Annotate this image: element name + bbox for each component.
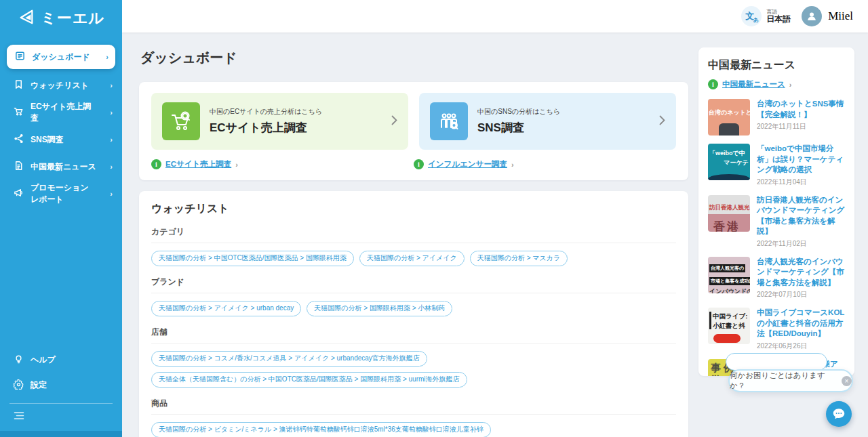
news-item-date: 2022年11月11日 bbox=[757, 122, 845, 131]
news-meta: 台湾人観光客のインバウンドマーケティング【市場と集客方法を解説】 2022年07… bbox=[757, 257, 845, 300]
sidebar-item-dashboard[interactable]: ダッシュボード › bbox=[7, 45, 115, 69]
chevron-right-icon: › bbox=[110, 163, 113, 171]
news-item[interactable]: 訪日香港人観光 香港 訪日香港人観光客のインバウンドマーケティング【市場と集客方… bbox=[708, 195, 845, 249]
watchlist-chip[interactable]: 天猫国際の分析 > マスカラ bbox=[470, 251, 568, 266]
ec-survey-link-group: ECサイト売上調査 › bbox=[151, 159, 414, 169]
chat-launcher-button[interactable] bbox=[826, 401, 852, 427]
translate-icon: 文 あ bbox=[741, 6, 762, 26]
sidebar-collapse-button[interactable] bbox=[0, 405, 122, 431]
sidebar-item-watchlist[interactable]: ウォッチリスト › bbox=[0, 72, 122, 99]
thumb-text: 香港 bbox=[713, 219, 741, 232]
info-icon bbox=[708, 79, 718, 89]
sidebar-item-settings[interactable]: 設定 bbox=[0, 373, 122, 398]
user-name: Miiel bbox=[828, 9, 853, 23]
thumb-text: マーケテ bbox=[724, 159, 749, 167]
news-item[interactable]: 台湾人観光客の 市場と集客を成功に インバウンドの 台湾人観光客のインバウンドマ… bbox=[708, 257, 845, 300]
news-item[interactable]: 「weiboで中 マーケテ 「weiboで中国市場分析」は誤り？マーケティング戦… bbox=[708, 144, 845, 187]
chevron-right-icon: › bbox=[110, 108, 113, 117]
watchlist-chip[interactable]: 天猫国際の分析 > ビタミン/ミネラル > 澳诺锌钙特葡萄糖酸钙锌口溶液5ml*… bbox=[151, 422, 491, 437]
sidebar: ミーエル ダッシュボード › ウォッチリスト › ECサイト売上調査 › SNS… bbox=[0, 0, 122, 437]
news-item-date: 2022年11月02日 bbox=[757, 239, 845, 249]
china-news-panel: 中国最新ニュース 中国最新ニュース › 台湾のネットと 台湾のネットとSNS事情… bbox=[698, 47, 854, 376]
sidebar-item-label: SNS調査 bbox=[31, 134, 64, 146]
translate-icon-subglyph: あ bbox=[753, 16, 759, 24]
sns-survey-card[interactable]: 中国のSNSの分析はこちら SNS調査 bbox=[419, 93, 676, 150]
sidebar-item-promotion-report[interactable]: プロモーションレポート › bbox=[0, 180, 122, 207]
people-search-icon bbox=[430, 102, 468, 140]
sidebar-item-sns-survey[interactable]: SNS調査 › bbox=[0, 126, 122, 153]
card-text: 中国のSNSの分析はこちら SNS調査 bbox=[477, 107, 560, 136]
megaphone-icon bbox=[14, 188, 24, 200]
china-news-link-group: 中国最新ニュース › bbox=[708, 79, 845, 89]
sidebar-bottom-strip bbox=[0, 431, 122, 437]
thumb-text: インバウンドの bbox=[709, 287, 750, 293]
sidebar-item-label: ウォッチリスト bbox=[31, 80, 89, 91]
watchlist-chip[interactable]: 天猫国際の分析 > アイメイク bbox=[359, 251, 465, 266]
app-root: ミーエル ダッシュボード › ウォッチリスト › ECサイト売上調査 › SNS… bbox=[0, 0, 868, 437]
sidebar-item-help[interactable]: ヘルプ bbox=[0, 348, 122, 373]
quick-cards-panel: 中国のECサイトの売上分析はこちら ECサイト売上調査 中国のSNSの分析はこち… bbox=[139, 82, 688, 180]
news-meta: 訪日香港人観光客のインバウンドマーケティング【市場と集客方法を解説】 2022年… bbox=[757, 195, 845, 249]
news-thumbnail: 台湾のネットと bbox=[708, 99, 750, 136]
avatar bbox=[802, 6, 822, 26]
news-item[interactable]: 台湾のネットと 台湾のネットとSNS事情【完全解説！】 2022年11月11日 bbox=[708, 99, 845, 136]
sidebar-item-china-news[interactable]: 中国最新ニュース › bbox=[0, 153, 122, 180]
watchlist-chip[interactable]: 天猫国際の分析 > 国際眼科用薬 > 小林制药 bbox=[307, 301, 452, 316]
dashboard-icon bbox=[15, 51, 25, 63]
chat-tooltip: 何かお困りごとはありますか？ bbox=[728, 369, 853, 392]
news-more-button[interactable] bbox=[726, 353, 827, 371]
lightbulb-icon bbox=[14, 354, 24, 367]
watchlist-group-label-product: 商品 bbox=[151, 390, 676, 415]
watchlist-chip[interactable]: 天猫全体（天猫国際含む）の分析 > 中国OTC医薬品/国際医薬品 > 国際眼科用… bbox=[151, 372, 467, 388]
china-news-link[interactable]: 中国最新ニュース bbox=[722, 79, 785, 89]
news-meta: 台湾のネットとSNS事情【完全解説！】 2022年11月11日 bbox=[757, 99, 845, 136]
news-meta: 「weiboで中国市場分析」は誤り？マーケティング戦略の選択 2022年11月0… bbox=[757, 144, 845, 187]
influencer-survey-link[interactable]: インフルエンサー調査 bbox=[428, 159, 507, 169]
news-thumbnail: 「weiboで中 マーケテ bbox=[708, 144, 750, 180]
thumb-text: 台湾のネットと bbox=[709, 108, 749, 117]
watchlist-group-label-brand: ブランド bbox=[151, 269, 676, 293]
watchlist-group-label-store: 店舗 bbox=[151, 319, 676, 344]
info-icon bbox=[151, 159, 161, 169]
user-menu[interactable]: Miiel bbox=[802, 6, 853, 26]
ec-survey-link[interactable]: ECサイト売上調査 bbox=[165, 159, 231, 169]
thumb-text: 台湾人観光客の bbox=[709, 264, 745, 272]
ec-survey-card[interactable]: 中国のECサイトの売上分析はこちら ECサイト売上調査 bbox=[151, 93, 408, 150]
chat-bubble-icon bbox=[831, 407, 846, 421]
cart-search-icon bbox=[162, 102, 200, 140]
sidebar-item-label: ECサイト売上調査 bbox=[31, 101, 96, 124]
chevron-right-icon: › bbox=[110, 136, 113, 144]
news-item-date: 2022年07月10日 bbox=[757, 290, 845, 299]
news-item-date: 2022年11月04日 bbox=[757, 178, 845, 187]
logo-icon bbox=[18, 8, 35, 28]
page-title: ダッシュボード bbox=[140, 49, 688, 67]
watchlist-chip[interactable]: 天猫国際の分析 > 中国OTC医薬品/国際医薬品 > 国際眼科用薬 bbox=[151, 251, 354, 266]
news-item-title: 台湾のネットとSNS事情【完全解説！】 bbox=[757, 99, 845, 120]
app-logo[interactable]: ミーエル bbox=[0, 0, 122, 37]
sidebar-item-label: 設定 bbox=[31, 379, 47, 391]
thumb-text: 市場と集客を成功に bbox=[709, 277, 750, 285]
watchlist-chips-store: 天猫国際の分析 > コスメ/香水/コスメ道具 > アイメイク > urbande… bbox=[151, 351, 676, 388]
chevron-right-icon: › bbox=[789, 81, 792, 89]
language-switcher[interactable]: 文 あ 言語 日本語 bbox=[741, 6, 791, 26]
news-item-title: 「weiboで中国市場分析」は誤り？マーケティング戦略の選択 bbox=[757, 144, 845, 175]
close-icon[interactable] bbox=[842, 376, 852, 386]
sidebar-item-label: プロモーションレポート bbox=[31, 182, 96, 205]
chevron-right-icon bbox=[659, 115, 665, 128]
watchlist-chip[interactable]: 天猫国際の分析 > アイメイク > urban decay bbox=[151, 301, 301, 316]
card-title: SNS調査 bbox=[477, 121, 524, 134]
topbar: 文 あ 言語 日本語 Miiel bbox=[122, 0, 868, 33]
sidebar-item-label: ヘルプ bbox=[31, 354, 56, 366]
news-item[interactable]: 中国ライブ: 小紅書と抖 中国ライブコマースKOLの小紅書と抖音の活用方法【RE… bbox=[708, 308, 845, 351]
thumb-text: 小紅書と抖 bbox=[713, 321, 750, 331]
thumb-text: 訪日香港人観光 bbox=[709, 204, 750, 212]
news-thumbnail: 訪日香港人観光 香港 bbox=[708, 195, 750, 232]
watchlist-chip[interactable]: 天猫国際の分析 > コスメ/香水/コスメ道具 > アイメイク > urbande… bbox=[151, 351, 427, 367]
collapse-menu-icon bbox=[14, 411, 24, 422]
sidebar-item-ec-survey[interactable]: ECサイト売上調査 › bbox=[0, 99, 122, 126]
logo-text: ミーエル bbox=[41, 8, 104, 28]
influencer-survey-link-group: インフルエンサー調査 › bbox=[414, 159, 676, 169]
news-item-date: 2022年06月26日 bbox=[757, 341, 845, 351]
chevron-right-icon: › bbox=[110, 190, 113, 198]
chevron-right-icon bbox=[391, 115, 397, 128]
